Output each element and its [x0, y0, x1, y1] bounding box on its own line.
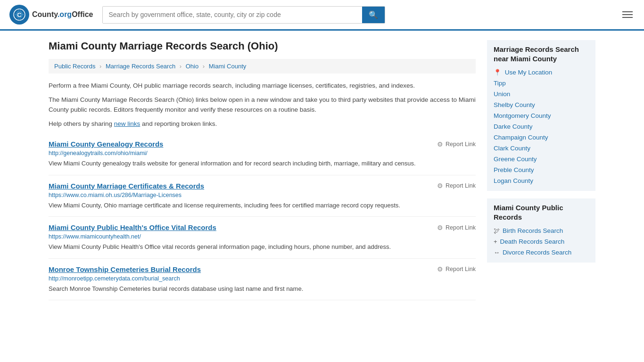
record-url-link[interactable]: https://www.co.miami.oh.us/286/Marriage-… [49, 192, 182, 198]
description-1: Perform a free Miami County, OH public m… [49, 81, 476, 90]
record-url-link[interactable]: https://www.miamicountyhealth.net/ [49, 233, 141, 240]
records-list: Miami County Genealogy Records ⚙ Report … [49, 133, 476, 300]
record-url-link[interactable]: http://genealogytrails.com/ohio/miami/ [49, 150, 148, 156]
record-title-row: Miami County Public Health's Office Vita… [49, 223, 476, 231]
public-record-link[interactable]: Birth Records Search [503, 227, 563, 234]
public-record-item: ↔Divorce Records Search [494, 247, 589, 258]
nearby-link-item: Champaign County [494, 132, 589, 143]
nearby-link[interactable]: Greene County [494, 156, 537, 163]
record-title-row: Miami County Marriage Certificates & Rec… [49, 182, 476, 190]
report-icon: ⚙ [437, 224, 443, 231]
record-item: Miami County Marriage Certificates & Rec… [49, 175, 476, 217]
content-area: Miami County Marriage Records Search (Oh… [49, 40, 476, 300]
public-records-title: Miami County Public Records [494, 203, 589, 222]
site-logo[interactable]: C County.orgOffice [9, 5, 93, 25]
search-bar: 🔍 [102, 6, 385, 24]
search-button[interactable]: 🔍 [362, 7, 385, 23]
use-my-location-link[interactable]: Use My Location [505, 69, 553, 76]
record-url: http://genealogytrails.com/ohio/miami/ [49, 150, 476, 156]
record-url: https://www.co.miami.oh.us/286/Marriage-… [49, 192, 476, 198]
report-icon: ⚙ [437, 265, 443, 273]
record-type-icon: + [494, 238, 497, 245]
record-title-row: Monroe Township Cemeteries Burial Record… [49, 265, 476, 273]
nearby-section: Marriage Records Search near Miami Count… [487, 40, 595, 191]
nearby-link-item: Shelby County [494, 99, 589, 110]
record-title-link[interactable]: Miami County Public Health's Office Vita… [49, 223, 216, 231]
record-title-row: Miami County Genealogy Records ⚙ Report … [49, 140, 476, 148]
logo-icon: C [9, 5, 29, 25]
public-record-link[interactable]: Death Records Search [500, 238, 565, 245]
nearby-link-item: Tipp [494, 78, 589, 89]
nearby-link[interactable]: Darke County [494, 123, 533, 130]
record-url: http://monroetipp.cemeterydata.com/buria… [49, 275, 476, 282]
report-link-button[interactable]: ⚙ Report Link [437, 265, 476, 273]
nearby-link[interactable]: Champaign County [494, 134, 548, 141]
logo-text: County.orgOffice [32, 10, 93, 19]
record-item: Miami County Public Health's Office Vita… [49, 217, 476, 259]
main-container: Miami County Marriage Records Search (Oh… [39, 31, 605, 310]
nearby-link[interactable]: Tipp [494, 80, 506, 87]
nearby-link-item: Greene County [494, 154, 589, 165]
record-type-icon: ↔ [494, 249, 500, 256]
description-2: The Miami County Marriage Records Search… [49, 95, 476, 115]
nearby-link-item: Montgomery County [494, 110, 589, 121]
record-description: View Miami County genealogy trails websi… [49, 159, 476, 168]
menu-line-3 [622, 17, 633, 18]
record-title-link[interactable]: Monroe Township Cemeteries Burial Record… [49, 265, 201, 273]
nearby-link[interactable]: Union [494, 90, 510, 98]
nearby-link-item: Union [494, 89, 589, 99]
public-records-section: Miami County Public Records 🕊Birth Recor… [487, 198, 595, 263]
record-description: View Miami County, Ohio marriage certifi… [49, 201, 476, 210]
record-url: https://www.miamicountyhealth.net/ [49, 233, 476, 240]
breadcrumb-public-records[interactable]: Public Records [54, 63, 95, 70]
nearby-link[interactable]: Montgomery County [494, 112, 551, 119]
breadcrumb-ohio[interactable]: Ohio [186, 63, 198, 70]
breadcrumb: Public Records › Marriage Records Search… [49, 59, 476, 74]
menu-line-2 [622, 14, 633, 15]
location-icon: 📍 [494, 69, 501, 76]
record-description: Search Monroe Township Cemeteries burial… [49, 284, 476, 294]
breadcrumb-miami-county[interactable]: Miami County [209, 63, 246, 70]
public-record-item: 🕊Birth Records Search [494, 225, 589, 236]
page-title: Miami County Marriage Records Search (Oh… [49, 40, 476, 52]
report-link-button[interactable]: ⚙ Report Link [437, 140, 476, 148]
nearby-link[interactable]: Shelby County [494, 101, 535, 108]
nearby-links-list: 📍 Use My Location TippUnionShelby County… [494, 67, 589, 186]
nearby-link-item: Preble County [494, 165, 589, 175]
record-type-icon: 🕊 [494, 227, 500, 234]
breadcrumb-marriage-records[interactable]: Marriage Records Search [106, 63, 175, 70]
description-3: Help others by sharing new links and rep… [49, 119, 476, 129]
nearby-link-item: Clark County [494, 143, 589, 154]
record-description: View Miami County Public Health's Office… [49, 242, 476, 252]
menu-button[interactable] [620, 9, 635, 20]
sidebar: Marriage Records Search near Miami Count… [487, 40, 595, 300]
search-input[interactable] [103, 7, 362, 23]
report-link-button[interactable]: ⚙ Report Link [437, 182, 476, 189]
nearby-link[interactable]: Logan County [494, 177, 533, 184]
record-item: Monroe Township Cemeteries Burial Record… [49, 259, 476, 301]
nearby-link[interactable]: Preble County [494, 166, 534, 173]
record-title-link[interactable]: Miami County Marriage Certificates & Rec… [49, 182, 204, 190]
public-record-link[interactable]: Divorce Records Search [503, 249, 571, 256]
nearby-link-item: Darke County [494, 121, 589, 132]
report-link-button[interactable]: ⚙ Report Link [437, 224, 476, 231]
public-records-list: 🕊Birth Records Search+Death Records Sear… [494, 225, 589, 258]
menu-line-1 [622, 11, 633, 12]
report-icon: ⚙ [437, 182, 443, 189]
nearby-link[interactable]: Clark County [494, 145, 530, 152]
use-my-location-item: 📍 Use My Location [494, 67, 589, 78]
nearby-link-item: Logan County [494, 175, 589, 186]
public-record-item: +Death Records Search [494, 236, 589, 247]
record-title-link[interactable]: Miami County Genealogy Records [49, 140, 163, 148]
new-links-link[interactable]: new links [114, 120, 140, 127]
record-item: Miami County Genealogy Records ⚙ Report … [49, 133, 476, 175]
report-icon: ⚙ [437, 140, 443, 148]
site-header: C County.orgOffice 🔍 [0, 0, 644, 31]
nearby-section-title: Marriage Records Search near Miami Count… [494, 45, 589, 63]
record-url-link[interactable]: http://monroetipp.cemeterydata.com/buria… [49, 275, 180, 282]
